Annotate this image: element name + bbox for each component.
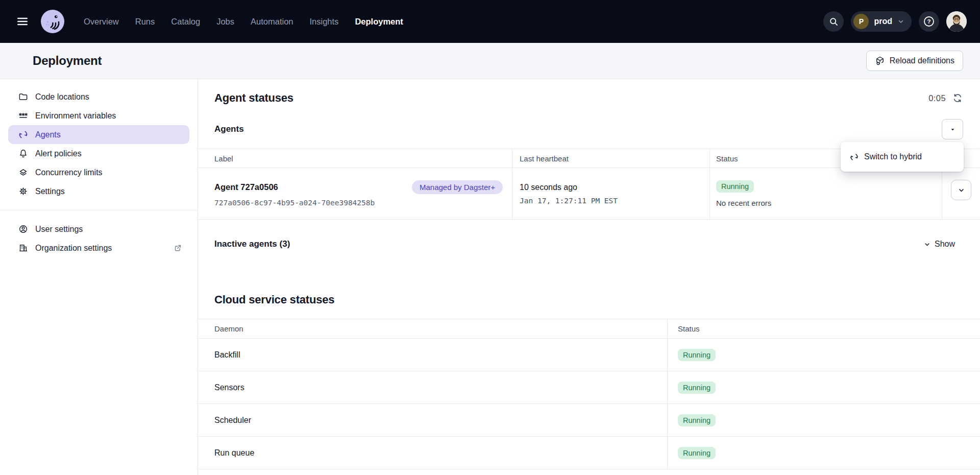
sidebar-item-organization-settings[interactable]: Organization settings: [8, 239, 189, 257]
refresh-icon: [952, 93, 963, 103]
sidebar-item-label: Environment variables: [35, 111, 116, 121]
menu-item-switch-to-hybrid[interactable]: Switch to hybrid: [844, 146, 961, 168]
page-title: Deployment: [33, 54, 102, 68]
sidebar-item-label: Organization settings: [35, 244, 112, 253]
cloud-services-table-header: Daemon Status: [198, 319, 980, 339]
status-note: No recent errors: [716, 199, 942, 207]
sidebar-item-label: Settings: [35, 187, 65, 196]
daemon-row-backfill: Backfill Running: [198, 339, 980, 371]
sidebar-item-label: Code locations: [35, 92, 89, 102]
sidebar-item-agents[interactable]: Agents: [8, 125, 189, 144]
daemon-name: Run queue: [198, 437, 667, 469]
status-badge: Running: [716, 180, 754, 193]
hamburger-menu-icon[interactable]: [13, 12, 32, 31]
status-badge: Running: [678, 382, 716, 394]
daemon-name: Scheduler: [198, 404, 667, 436]
sidebar-item-code-locations[interactable]: Code locations: [8, 87, 189, 106]
agent-statuses-title: Agent statuses: [214, 91, 293, 105]
env-vars-icon: [18, 111, 28, 121]
column-header-last-heartbeat: Last heartbeat: [512, 149, 709, 168]
daemon-name: Backfill: [198, 339, 667, 371]
primary-nav: Overview Runs Catalog Jobs Automation In…: [84, 17, 403, 27]
refresh-button[interactable]: [952, 93, 963, 103]
sidebar-item-environment-variables[interactable]: Environment variables: [8, 106, 189, 125]
menu-item-label: Switch to hybrid: [864, 152, 922, 161]
sidebar-item-label: Concurrency limits: [35, 168, 103, 177]
sidebar-item-label: Agents: [35, 130, 61, 139]
help-button[interactable]: ?: [919, 11, 939, 32]
show-label: Show: [935, 240, 955, 249]
inactive-agents-label: Inactive agents (3): [214, 239, 290, 249]
reload-definitions-button[interactable]: Reload definitions: [866, 51, 963, 71]
reload-definitions-label: Reload definitions: [890, 56, 954, 65]
folder-icon: [18, 92, 28, 102]
agents-actions-dropdown-button[interactable]: [942, 119, 963, 139]
cloud-service-statuses-title: Cloud service statuses: [214, 293, 980, 306]
sidebar-divider: [0, 210, 198, 210]
deployment-name: prod: [874, 17, 892, 26]
deployment-sidebar: Code locations Environment variables Age…: [0, 79, 198, 475]
column-header-daemon: Daemon: [198, 319, 667, 338]
agents-heading: Agents: [214, 124, 244, 134]
deployment-switcher[interactable]: P prod: [851, 11, 912, 32]
nav-item-overview[interactable]: Overview: [84, 17, 119, 27]
heartbeat-relative: 10 seconds ago: [520, 183, 709, 192]
building-icon: [18, 243, 28, 253]
sidebar-item-label: Alert policies: [35, 149, 82, 158]
refresh-timer: 0:05: [928, 93, 963, 103]
status-badge: Running: [678, 414, 716, 426]
gear-icon: [18, 186, 28, 196]
status-badge: Running: [678, 447, 716, 459]
layers-icon: [18, 168, 28, 177]
chevron-down-icon: [897, 18, 904, 25]
daemon-row-run-queue: Run queue Running: [198, 437, 980, 469]
user-avatar[interactable]: [946, 11, 967, 32]
external-link-icon: [174, 244, 182, 252]
managed-by-badge: Managed by Dagster+: [412, 180, 503, 194]
caret-down-icon: [949, 126, 956, 133]
sidebar-item-concurrency-limits[interactable]: Concurrency limits: [8, 163, 189, 182]
agent-table-row: Agent 727a0506 Managed by Dagster+ 727a0…: [198, 168, 980, 220]
nav-item-insights[interactable]: Insights: [310, 17, 339, 27]
inactive-agents-show-toggle[interactable]: Show: [923, 240, 955, 249]
nav-item-automation[interactable]: Automation: [251, 17, 293, 27]
sidebar-item-settings[interactable]: Settings: [8, 182, 189, 201]
bell-icon: [18, 149, 28, 158]
search-icon: [828, 16, 839, 27]
agent-cycle-icon: [850, 153, 859, 161]
agent-name: Agent 727a0506: [214, 182, 278, 192]
agent-id: 727a0506-8c97-4b95-a024-70ee3984258b: [214, 199, 512, 207]
sidebar-item-alert-policies[interactable]: Alert policies: [8, 144, 189, 163]
dagster-app: Overview Runs Catalog Jobs Automation In…: [0, 0, 980, 475]
nav-item-jobs[interactable]: Jobs: [216, 17, 234, 27]
deployment-avatar: P: [853, 14, 869, 29]
user-circle-icon: [18, 224, 28, 234]
nav-item-catalog[interactable]: Catalog: [171, 17, 200, 27]
help-icon: ?: [923, 15, 935, 28]
daemon-row-sensors: Sensors Running: [198, 371, 980, 404]
sidebar-item-label: User settings: [35, 225, 83, 234]
sidebar-item-user-settings[interactable]: User settings: [8, 220, 189, 239]
daemon-name: Sensors: [198, 371, 667, 403]
cloud-services-table: Daemon Status Backfill Running Sensors R…: [198, 319, 980, 469]
agent-row-actions-button[interactable]: [951, 180, 971, 200]
svg-text:?: ?: [927, 18, 930, 25]
top-navbar: Overview Runs Catalog Jobs Automation In…: [0, 0, 980, 43]
chevron-down-icon: [958, 186, 965, 194]
status-badge: Running: [678, 349, 716, 361]
refresh-countdown: 0:05: [928, 93, 946, 103]
agents-actions-menu: Switch to hybrid: [841, 142, 964, 172]
dagster-logo[interactable]: [40, 9, 65, 34]
agents-page: Agent statuses 0:05 Agents: [198, 79, 980, 475]
search-button[interactable]: [823, 11, 844, 32]
column-header-status: Status: [667, 319, 980, 338]
nav-item-deployment[interactable]: Deployment: [355, 17, 403, 27]
chevron-down-icon: [923, 241, 931, 248]
column-header-label: Label: [198, 149, 512, 168]
page-header: Deployment Reload definitions: [0, 43, 980, 79]
navbar-right-cluster: P prod ?: [823, 11, 967, 32]
heartbeat-absolute: Jan 17, 1:27:11 PM EST: [520, 197, 709, 205]
nav-item-runs[interactable]: Runs: [135, 17, 155, 27]
reload-package-icon: [875, 56, 885, 66]
agent-cycle-icon: [18, 130, 28, 139]
